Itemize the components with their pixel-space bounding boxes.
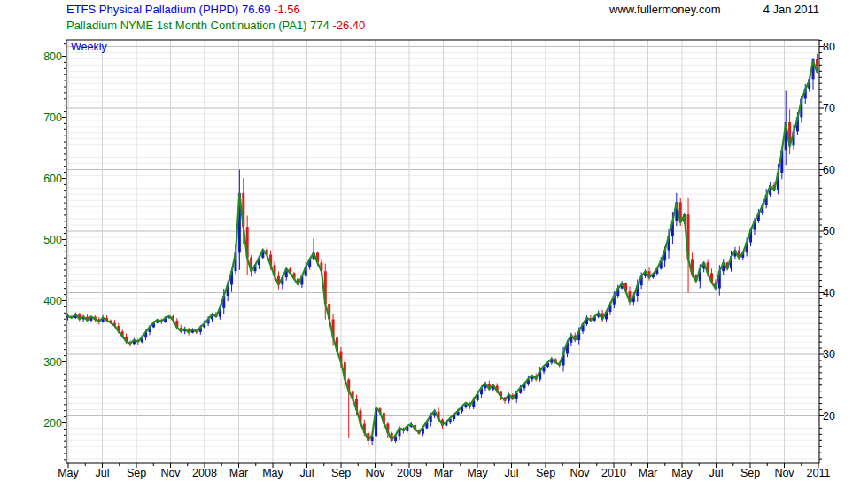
right-axis-tick-label: 70 [823, 102, 835, 114]
left-axis-tick-label: 400 [25, 295, 62, 307]
right-axis-tick-label: 20 [823, 410, 835, 422]
x-axis-tick-label: Nov [561, 467, 600, 479]
pa1-line-series[interactable] [68, 61, 818, 440]
left-axis-tick-label: 200 [25, 417, 62, 430]
x-axis-tick-label: Mar [424, 467, 463, 479]
x-axis-tick-label: May [49, 467, 88, 479]
x-axis-tick-label: Jul [288, 467, 327, 479]
x-axis-tick-label: Nov [765, 467, 804, 479]
x-axis-tick-label: May [253, 467, 292, 479]
x-axis-tick-label: 2008 [185, 467, 224, 479]
pa1-price-line [68, 61, 818, 440]
x-axis-tick-label: Sep [322, 467, 360, 479]
timeframe-label: Weekly [71, 41, 107, 53]
x-axis-tick-label: Jul [697, 467, 736, 479]
x-axis-tick-label: Jul [492, 467, 531, 479]
right-axis-tick-label: 60 [823, 164, 835, 176]
x-axis-tick-label: Nov [356, 467, 395, 479]
chart-window: ETFS Physical Palladium (PHPD) 76.69 -1.… [0, 0, 868, 496]
x-axis-tick-label: 2011 [799, 467, 838, 479]
right-axis-tick-label: 40 [823, 287, 835, 299]
left-axis-tick-label: 600 [25, 173, 62, 185]
right-axis-tick-label: 30 [823, 348, 835, 360]
x-axis-tick-label: Jul [83, 467, 122, 479]
right-axis-tick-label: 80 [823, 41, 835, 53]
x-axis-tick-label: Sep [117, 467, 156, 479]
x-axis-tick-label: 2010 [594, 467, 633, 479]
gridlines [66, 40, 819, 463]
left-axis-tick-label: 300 [25, 356, 62, 368]
x-axis-tick-label: May [663, 467, 701, 479]
right-axis-tick-label: 50 [823, 225, 835, 237]
phpd-candle-series[interactable] [66, 54, 818, 453]
price-chart-canvas[interactable] [0, 0, 868, 496]
x-axis-tick-label: Mar [220, 467, 259, 479]
x-axis-tick-label: Sep [526, 467, 565, 479]
left-axis-tick-label: 800 [25, 50, 62, 63]
x-axis-tick-label: 2009 [390, 467, 429, 479]
x-axis-tick-label: Sep [731, 467, 770, 479]
x-axis-tick-label: Nov [151, 467, 190, 479]
left-axis-tick-label: 700 [25, 112, 62, 124]
candle-body [816, 59, 818, 66]
x-axis-tick-label: May [458, 467, 497, 479]
left-axis-tick-label: 500 [25, 234, 62, 246]
x-axis-tick-label: Mar [629, 467, 668, 479]
